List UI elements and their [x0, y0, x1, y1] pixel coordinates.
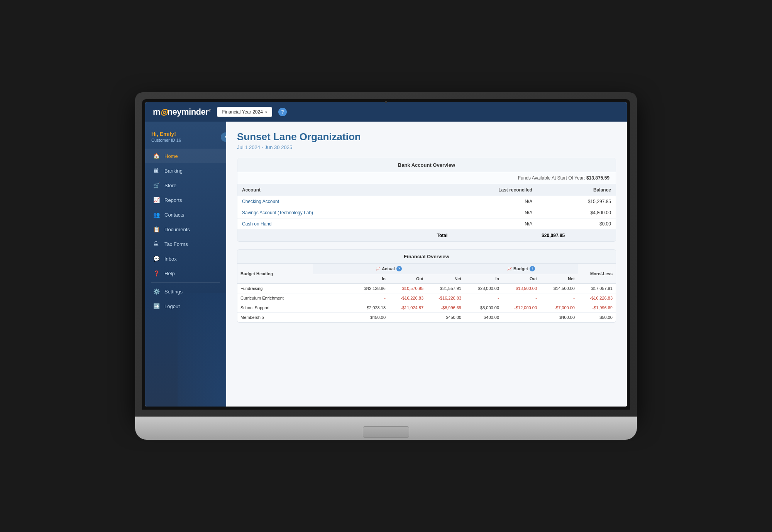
fin-table-row: Membership $450.00 - $450.00 $400.00 - $…: [237, 313, 616, 322]
fin-table-row: Fundraising $42,128.86 -$10,570.95 $31,5…: [237, 284, 616, 293]
fin-heading: Membership: [237, 313, 313, 322]
fin-col-heading: Budget Heading: [237, 264, 313, 284]
fin-actual-out: -$16,226.83: [389, 293, 427, 303]
fin-heading: Curriculum Enrichment: [237, 293, 313, 303]
fiscal-year-label: Financial Year 2024: [222, 109, 262, 115]
fin-more-less: -$16,226.83: [578, 293, 616, 303]
col-balance: Balance: [537, 184, 616, 196]
dropdown-arrow-icon: ▾: [265, 110, 267, 114]
account-name[interactable]: Cash on Hand: [237, 219, 432, 230]
sidebar-item-inbox[interactable]: 💬 Inbox: [145, 251, 226, 266]
total-label: Total: [432, 230, 537, 242]
fin-actual-net: -$8,996.69: [427, 303, 464, 313]
sidebar-item-home[interactable]: 🏠 Home: [145, 149, 226, 163]
fin-actual-in: $2,028.18: [313, 303, 389, 313]
tax-forms-icon: 🏛: [153, 241, 160, 247]
last-reconciled: N/A: [432, 196, 537, 207]
sidebar-item-logout-label: Logout: [164, 303, 180, 309]
actual-info-icon[interactable]: ?: [396, 266, 402, 271]
camera-dot: [385, 101, 387, 103]
reports-icon: 📈: [153, 197, 160, 203]
bank-account-card-header: Bank Account Overview: [237, 158, 616, 172]
sidebar-item-contacts[interactable]: 👥 Contacts: [145, 207, 226, 222]
fin-actual-in: $42,128.86: [313, 284, 389, 293]
sidebar: Hi, Emily! Customer ID 16 ‹ 🏠 Home 🏛: [145, 122, 226, 407]
col-account: Account: [237, 184, 432, 196]
sidebar-item-banking[interactable]: 🏛 Banking: [145, 163, 226, 178]
balance: $15,297.85: [537, 196, 616, 207]
sidebar-item-tax-forms-label: Tax Forms: [164, 241, 188, 247]
sidebar-collapse-button[interactable]: ‹: [221, 132, 226, 142]
budget-label: Budget: [513, 266, 528, 271]
account-name[interactable]: Savings Account (Technology Lab): [237, 207, 432, 219]
screen: m◎neyminder® Financial Year 2024 ▾ ?: [145, 102, 627, 407]
sidebar-item-reports-label: Reports: [164, 197, 182, 203]
sidebar-item-documents-label: Documents: [164, 227, 190, 232]
bank-table-body: Checking Account N/A $15,297.85 Savings …: [237, 196, 616, 230]
trackpad[interactable]: [363, 426, 409, 438]
user-greeting: Hi, Emily!: [151, 131, 220, 137]
actual-chart-icon: 📈: [376, 267, 380, 271]
actual-in-col: In: [313, 274, 389, 284]
screen-bezel: m◎neyminder® Financial Year 2024 ▾ ?: [142, 99, 630, 410]
fin-heading: Fundraising: [237, 284, 313, 293]
fin-table-body: Fundraising $42,128.86 -$10,570.95 $31,5…: [237, 284, 616, 322]
settings-icon: ⚙️: [153, 288, 160, 295]
home-icon: 🏠: [153, 152, 160, 159]
logo-symbol: ◎: [160, 107, 168, 117]
fin-table-head: Budget Heading 📈 Actual ?: [237, 264, 616, 284]
fin-actual-out: -$11,024.87: [389, 303, 427, 313]
fin-actual-net: $31,557.91: [427, 284, 464, 293]
sidebar-item-logout[interactable]: ➡️ Logout: [145, 299, 226, 313]
laptop-base: [135, 417, 637, 440]
fin-actual-net: -$16,226.83: [427, 293, 464, 303]
budget-chart-icon: 📈: [507, 267, 512, 271]
page-subtitle: Jul 1 2024 - Jun 30 2025: [237, 144, 616, 150]
laptop-body: m◎neyminder® Financial Year 2024 ▾ ?: [135, 92, 637, 417]
sidebar-item-reports[interactable]: 📈 Reports: [145, 193, 226, 207]
sidebar-item-inbox-label: Inbox: [164, 256, 177, 262]
fin-more-less: -$1,996.69: [578, 303, 616, 313]
bank-total-row: Total $20,097.85: [237, 230, 616, 242]
sidebar-item-settings[interactable]: ⚙️ Settings: [145, 284, 226, 299]
actual-label: Actual: [382, 266, 395, 271]
fin-budget-in: -: [464, 293, 502, 303]
actual-out-col: Out: [389, 274, 427, 284]
inbox-icon: 💬: [153, 255, 160, 262]
sidebar-divider: [151, 282, 220, 283]
fin-table-row: School Support $2,028.18 -$11,024.87 -$8…: [237, 303, 616, 313]
bank-table-row: Checking Account N/A $15,297.85: [237, 196, 616, 207]
sidebar-item-help[interactable]: ❓ Help: [145, 266, 226, 281]
fin-budget-net: $400.00: [540, 313, 578, 322]
fiscal-year-dropdown[interactable]: Financial Year 2024 ▾: [217, 107, 272, 117]
fin-actual-group-header: 📈 Actual ?: [313, 264, 464, 274]
bank-table-header-row: Account Last reconciled Balance: [237, 184, 616, 196]
last-reconciled: N/A: [432, 207, 537, 219]
balance: $4,800.00: [537, 207, 616, 219]
fin-actual-out: -: [389, 313, 427, 322]
sidebar-user-info: Hi, Emily! Customer ID 16 ‹: [145, 128, 226, 149]
fin-budget-in: $400.00: [464, 313, 502, 322]
sidebar-item-documents[interactable]: 📋 Documents: [145, 222, 226, 237]
budget-info-icon[interactable]: ?: [530, 266, 535, 271]
last-reconciled: N/A: [432, 219, 537, 230]
account-name[interactable]: Checking Account: [237, 196, 432, 207]
header-help-button[interactable]: ?: [278, 108, 287, 116]
funds-available-row: Funds Available At Start Of Year: $13,87…: [237, 172, 616, 184]
laptop-frame: m◎neyminder® Financial Year 2024 ▾ ?: [135, 92, 637, 440]
sidebar-item-help-label: Help: [164, 271, 175, 276]
budget-net-col: Net: [540, 274, 578, 284]
sidebar-item-tax-forms[interactable]: 🏛 Tax Forms: [145, 237, 226, 251]
fin-budget-out: -: [502, 313, 540, 322]
fin-actual-net: $450.00: [427, 313, 464, 322]
actual-net-col: Net: [427, 274, 464, 284]
fin-table-row: Curriculum Enrichment - -$16,226.83 -$16…: [237, 293, 616, 303]
fin-col-more-less: More/-Less: [578, 264, 616, 284]
total-value: $20,097.85: [537, 230, 616, 242]
fin-group-header-row: Budget Heading 📈 Actual ?: [237, 264, 616, 274]
fin-budget-group-header: 📈 Budget ?: [464, 264, 578, 274]
sidebar-item-contacts-label: Contacts: [164, 212, 184, 218]
documents-icon: 📋: [153, 226, 160, 233]
app-logo: m◎neyminder®: [153, 107, 211, 117]
sidebar-item-store[interactable]: 🛒 Store: [145, 178, 226, 193]
